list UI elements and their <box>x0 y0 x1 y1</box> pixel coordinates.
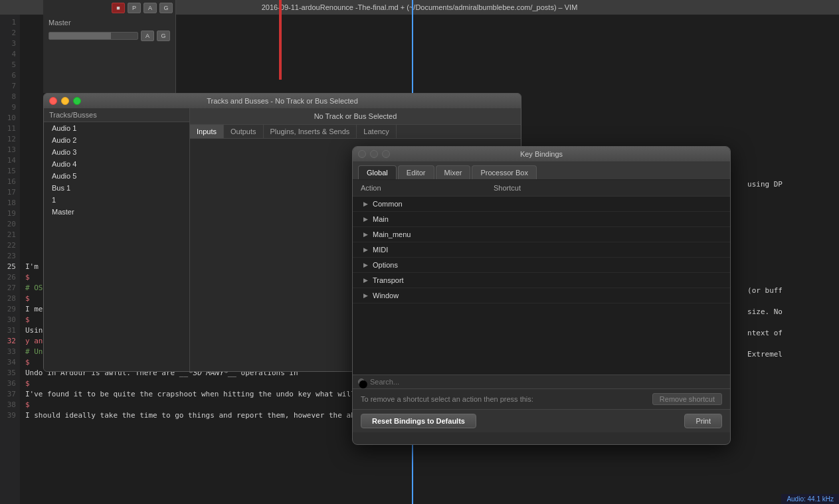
minimize-button[interactable] <box>61 97 69 105</box>
close-button[interactable] <box>49 97 57 105</box>
dialog-footer: Reset Bindings to Defaults Print <box>353 409 730 432</box>
track-item-master[interactable]: Master <box>44 206 189 218</box>
print-button[interactable]: Print <box>684 414 722 428</box>
tree-arrow-common: ▶ <box>361 199 370 209</box>
tree-item-common[interactable]: ▶ Common <box>353 197 730 212</box>
tracks-header: Tracks/Busses <box>44 108 189 122</box>
dialog-tree-content[interactable]: ▶ Common ▶ Main ▶ Main_menu ▶ MIDI ▶ Opt… <box>353 197 730 375</box>
dialog-controls[interactable] <box>358 150 390 158</box>
dialog-max-btn[interactable] <box>382 150 390 158</box>
transport-controls: ■ P A G <box>43 0 175 16</box>
top-transport: ■ P A G Master A G <box>43 0 176 93</box>
track-item-audio4[interactable]: Audio 4 <box>44 158 189 170</box>
tree-label-main: Main <box>373 215 389 223</box>
tree-arrow-main-menu: ▶ <box>361 230 370 239</box>
master-fader-row: A G <box>43 29 175 42</box>
tree-label-options: Options <box>373 261 398 269</box>
vim-line-numbers: 12345 678910 1112131415 1617181920 21222… <box>0 15 20 504</box>
track-item-1[interactable]: 1 <box>44 194 189 206</box>
ardour-titlebar: Tracks and Busses - No Track or Bus Sele… <box>44 94 521 108</box>
dialog-titlebar: Key Bindings <box>353 147 730 161</box>
vim-right-text: using DP (or buff size. No ntext of Extr… <box>747 179 783 360</box>
tree-label-common: Common <box>373 200 403 208</box>
tab-mixer[interactable]: Mixer <box>436 165 471 179</box>
tab-outputs[interactable]: Outputs <box>224 125 264 138</box>
tracks-panel: Tracks/Busses Audio 1 Audio 2 Audio 3 Au… <box>44 108 190 371</box>
ardour-title: Tracks and Busses - No Track or Bus Sele… <box>207 97 358 105</box>
red-bar <box>279 0 282 80</box>
g-btn[interactable]: G <box>159 3 173 13</box>
tree-item-midi[interactable]: ▶ MIDI <box>353 242 730 258</box>
tree-item-transport[interactable]: ▶ Transport <box>353 273 730 288</box>
dialog-tabs: Global Editor Mixer Processor Box <box>353 161 730 180</box>
stop-btn[interactable]: ■ <box>112 3 125 13</box>
remove-shortcut-button[interactable]: Remove shortcut <box>652 393 722 405</box>
table-header: Action Shortcut <box>353 180 730 197</box>
tree-item-options[interactable]: ▶ Options <box>353 258 730 273</box>
dialog-min-btn[interactable] <box>370 150 378 158</box>
vim-title: 2016-09-11-ardouRenounce -The-final.md +… <box>262 3 578 11</box>
master-label: Master <box>43 16 175 29</box>
master-a-btn[interactable]: A <box>141 31 154 41</box>
tree-item-main-menu[interactable]: ▶ Main_menu <box>353 227 730 242</box>
remove-hint-text: To remove a shortcut select an action th… <box>361 395 533 403</box>
track-item-audio3[interactable]: Audio 3 <box>44 146 189 158</box>
tree-arrow-midi: ▶ <box>361 245 370 254</box>
ardour-window-controls[interactable] <box>49 97 81 105</box>
maximize-button[interactable] <box>73 97 81 105</box>
tree-label-window: Window <box>373 292 399 299</box>
tab-inputs[interactable]: Inputs <box>190 125 224 138</box>
tree-arrow-transport: ▶ <box>361 276 370 285</box>
col-action-header: Action <box>361 184 494 192</box>
reset-bindings-button[interactable]: Reset Bindings to Defaults <box>361 414 476 428</box>
master-fader[interactable] <box>48 32 138 40</box>
tree-arrow-options: ▶ <box>361 260 370 270</box>
track-info-header: No Track or Bus Selected <box>190 108 521 125</box>
tree-label-main-menu: Main_menu <box>373 230 411 238</box>
audio-status: Audio: 44.1 kHz <box>781 494 839 504</box>
tab-processor-box[interactable]: Processor Box <box>472 165 537 179</box>
dialog-close-btn[interactable] <box>358 150 366 158</box>
tab-global[interactable]: Global <box>358 165 397 179</box>
track-item-audio2[interactable]: Audio 2 <box>44 134 189 146</box>
tree-label-transport: Transport <box>373 276 404 284</box>
track-item-audio1[interactable]: Audio 1 <box>44 122 189 134</box>
tab-editor[interactable]: Editor <box>398 165 434 179</box>
a-btn[interactable]: A <box>143 3 157 13</box>
track-info-tabs: Inputs Outputs Plugins, Inserts & Sends … <box>190 125 521 139</box>
dialog-title: Key Bindings <box>520 150 563 158</box>
search-icon: ⬤ <box>358 378 365 385</box>
track-item-audio5[interactable]: Audio 5 <box>44 170 189 182</box>
dialog-hint: To remove a shortcut select an action th… <box>353 389 730 409</box>
tree-item-window[interactable]: ▶ Window <box>353 288 730 303</box>
tab-latency[interactable]: Latency <box>357 125 397 138</box>
key-bindings-dialog[interactable]: Key Bindings Global Editor Mixer Process… <box>352 146 731 445</box>
tree-label-midi: MIDI <box>373 246 388 254</box>
tree-item-main[interactable]: ▶ Main <box>353 212 730 227</box>
tree-arrow-window: ▶ <box>361 291 370 300</box>
search-input[interactable] <box>370 378 725 386</box>
dialog-search[interactable]: ⬤ <box>353 375 730 389</box>
p-btn[interactable]: P <box>128 3 141 13</box>
col-shortcut-header: Shortcut <box>494 184 722 192</box>
track-item-bus1[interactable]: Bus 1 <box>44 182 189 194</box>
master-g-btn[interactable]: G <box>157 31 170 41</box>
tab-plugins[interactable]: Plugins, Inserts & Sends <box>264 125 357 138</box>
tree-arrow-main: ▶ <box>361 214 370 224</box>
